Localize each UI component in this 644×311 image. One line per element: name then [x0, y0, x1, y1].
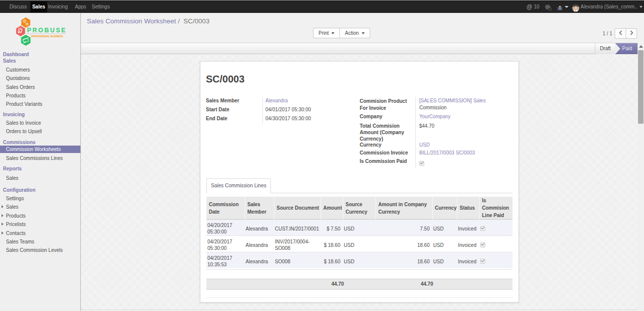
svg-text:PROBUSE: PROBUSE [27, 27, 67, 34]
svg-text:PROFESSIONAL BUSINESS: PROFESSIONAL BUSINESS [31, 35, 63, 38]
